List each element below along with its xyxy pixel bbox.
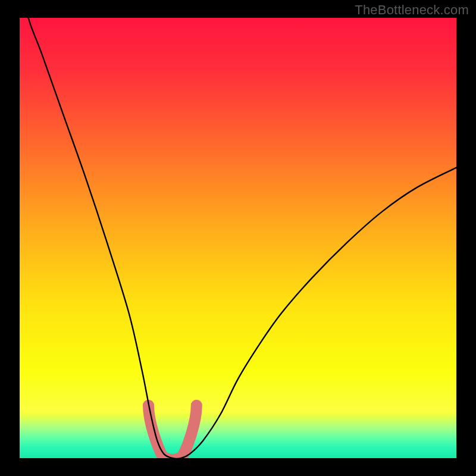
plot-background — [20, 18, 456, 458]
watermark-text: TheBottleneck.com — [355, 2, 469, 18]
bottleneck-chart — [0, 0, 476, 476]
chart-frame: TheBottleneck.com — [0, 0, 476, 476]
